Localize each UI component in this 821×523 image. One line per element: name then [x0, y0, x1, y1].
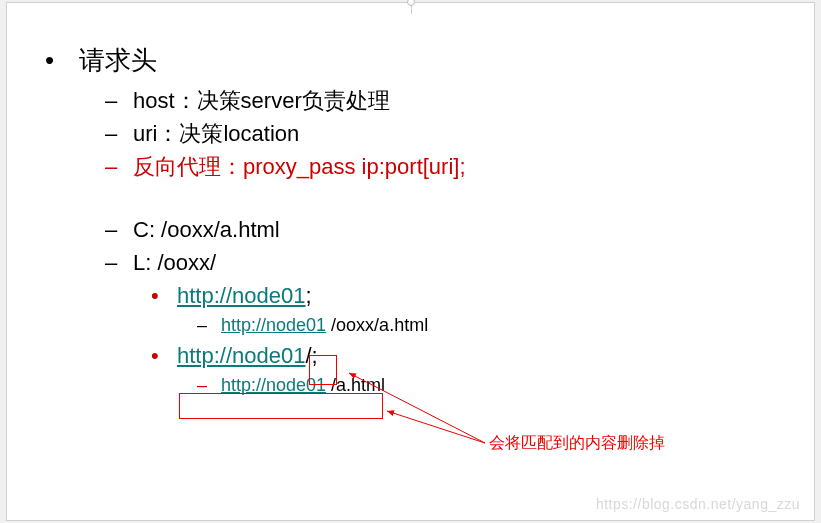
link2[interactable]: http://node01 — [177, 343, 305, 368]
heading-text: 请求头 — [79, 41, 157, 80]
item-c-text: C: /ooxx/a.html — [133, 213, 280, 246]
link1-suffix: ; — [305, 283, 311, 308]
sub2-suffix: /a.html — [326, 375, 385, 395]
item-host-text: host：决策server负责处理 — [133, 84, 390, 117]
sub2-wrap: http://node01 /a.html — [221, 372, 385, 399]
slide-frame: • 请求头 – host：决策server负责处理 – uri：决策locati… — [6, 2, 815, 521]
handle-line — [411, 6, 412, 14]
heading-row: • 请求头 — [45, 41, 785, 80]
item-l: – L: /ooxx/ — [105, 246, 785, 279]
item-sub1: – http://node01 /ooxx/a.html — [197, 312, 785, 339]
resize-handle[interactable] — [407, 0, 415, 6]
link2-suffix: /; — [305, 343, 317, 368]
item-uri: – uri：决策location — [105, 117, 785, 150]
bullet-dash-icon: – — [197, 312, 221, 339]
sub1-suffix: /ooxx/a.html — [326, 315, 428, 335]
item-proxy: – 反向代理：proxy_pass ip:port[uri]; — [105, 150, 785, 183]
item-c: – C: /ooxx/a.html — [105, 213, 785, 246]
item-link2: • http://node01/; — [151, 339, 785, 372]
annotation-text: 会将匹配到的内容删除掉 — [489, 433, 665, 454]
bullet-disc-icon: • — [45, 41, 79, 80]
item-l-text: L: /ooxx/ — [133, 246, 216, 279]
item-sub2: – http://node01 /a.html — [197, 372, 785, 399]
item-link1: • http://node01; — [151, 279, 785, 312]
bullet-dot-icon: • — [151, 279, 177, 312]
link1-wrap: http://node01; — [177, 279, 312, 312]
bullet-dash-icon: – — [105, 84, 133, 117]
bullet-dash-icon: – — [105, 150, 133, 183]
bullet-dash-icon: – — [105, 117, 133, 150]
link2-wrap: http://node01/; — [177, 339, 318, 372]
sub2-link[interactable]: http://node01 — [221, 375, 326, 395]
bullet-dash-icon: – — [197, 372, 221, 399]
bullet-dash-icon: – — [105, 246, 133, 279]
sub1-link[interactable]: http://node01 — [221, 315, 326, 335]
item-proxy-text: 反向代理：proxy_pass ip:port[uri]; — [133, 150, 466, 183]
item-host: – host：决策server负责处理 — [105, 84, 785, 117]
link1[interactable]: http://node01 — [177, 283, 305, 308]
sub1-wrap: http://node01 /ooxx/a.html — [221, 312, 428, 339]
bullet-dot-icon: • — [151, 339, 177, 372]
bullet-dash-icon: – — [105, 213, 133, 246]
slide-content: • 请求头 – host：决策server负责处理 – uri：决策locati… — [45, 41, 785, 399]
svg-line-1 — [387, 411, 485, 443]
watermark: https://blog.csdn.net/yang_zzu — [596, 496, 800, 512]
spacer — [45, 183, 785, 213]
item-uri-text: uri：决策location — [133, 117, 299, 150]
